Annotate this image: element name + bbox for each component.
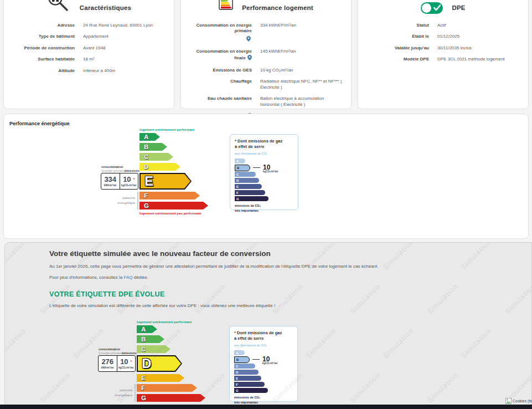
row-label: Surface habitable (7, 57, 75, 62)
summary-cards-row: Caractéristiques Adresse 24 Rue René Ley… (0, 0, 532, 109)
passoire-divider (137, 192, 138, 209)
magnifier-house-icon (47, 0, 71, 14)
row-value: Actif (437, 23, 521, 28)
ges-bar-g: G (235, 196, 268, 201)
ges-value-cell: 10 *kgCO₂/m²/an (117, 356, 136, 371)
card-title: DPE (452, 4, 465, 11)
ges-class-letter: C (236, 365, 238, 368)
ges-bar-d: D (234, 370, 259, 375)
row-value: 334 kWhEP/m²/an (260, 23, 344, 28)
energy-unit: kWh/m²/an (104, 184, 117, 187)
row-label: Période de construction (7, 45, 75, 51)
passoire-label-line2: énergétique (102, 201, 135, 206)
dpe-class-letter: B (144, 144, 148, 150)
row-label-text: Émissions de GES (213, 68, 252, 73)
row-type-batiment: Type de bâtiment Appartement (7, 34, 167, 39)
row-value: 24 Rue René Leynaud, 69001 Lyon (83, 23, 167, 28)
dpe-class-letter: D (142, 356, 151, 371)
simulation-watermark: Simulation (381, 326, 415, 360)
row-modele-dpe: Modèle DPE DPE 3CL 2021 méthode logement (361, 57, 521, 62)
consumption-label: consommation (101, 165, 123, 168)
ges-high-label-line2: très importantes (235, 208, 295, 213)
passoire-label-line1: passoire (102, 196, 135, 201)
row-conso-primaire: Consommation en énergie primaire 334 kWh… (184, 23, 344, 43)
row-label-text: Statut (416, 23, 429, 28)
dpe-class-letter: F (144, 192, 148, 199)
ges-bar-d: D (235, 178, 259, 183)
energy-value: 276 (101, 358, 113, 365)
energy-label-icon (219, 0, 233, 10)
dpe-class-letter: B (141, 336, 146, 342)
ges-class-letter: B (237, 166, 239, 170)
info-suffix: dédiée. (133, 275, 148, 280)
row-label: Consommation en énergie finale (184, 49, 252, 62)
ges-high-label-line1: émissions de CO₂ (234, 395, 294, 400)
ges-bar-c: C (234, 364, 255, 369)
energy-value-cell: 276kWh/m²/an (99, 356, 117, 371)
row-label-text: Consommation en énergie primaire (197, 23, 252, 33)
row-statut: Statut Actif (361, 23, 521, 28)
dpe-class-letter: F (141, 385, 145, 391)
dpe-arrow-g: G (137, 394, 205, 402)
dpe-class-letter: D (144, 163, 148, 170)
ges-class-letter: G (236, 389, 239, 392)
scale-caption-top: logement extrêmement performant (137, 320, 321, 324)
dpe-class-letter: G (144, 202, 149, 209)
row-label: Modèle DPE (361, 57, 429, 62)
ges-bar-row-b: B10kgCO₂/m²/an (234, 356, 294, 363)
ges-bar-g: G (234, 388, 268, 393)
passoire-label: passoireénergétique (99, 388, 132, 398)
row-label-text: Altitude (58, 68, 75, 73)
row-value: 10 kg CO₂/m²/an (260, 68, 344, 73)
ges-bar-f: F (234, 382, 265, 387)
row-label-text: Modèle DPE (404, 57, 429, 62)
evolve-text: L'étiquette de votre simulation est diff… (49, 303, 509, 309)
asterisk: * (133, 177, 135, 182)
ges-bar-row-f: F (235, 190, 295, 195)
row-label: Établi le (361, 34, 429, 39)
ges-bar-b: B (234, 356, 250, 363)
info-pin-icon[interactable] (246, 36, 251, 43)
simulation-section: SimulationSimulationSimulationSimulation… (4, 242, 532, 407)
scale-caption-top: logement extrêmement performant (140, 128, 323, 131)
ges-bar-row-f: F (234, 382, 294, 387)
dpe-class-letter: G (141, 395, 146, 401)
emissions-label: émissions (125, 169, 140, 172)
row-conso-finale: Consommation en énergie finale 145 kWhEF… (184, 49, 344, 62)
row-altitude: Altitude Inférieur à 400m (7, 68, 167, 74)
row-value: Radiateur électrique NFC, NF** et NF*** … (260, 79, 344, 90)
ges-bar-row-g: G (234, 388, 294, 393)
ges-unit: kgCO₂/m²/an (118, 366, 133, 369)
card-header: DPE (358, 1, 528, 15)
emissions-label: émissions (122, 351, 137, 355)
dpe-arrow-d: D (140, 163, 180, 171)
row-label-text: Période de construction (24, 45, 75, 50)
row-adresse: Adresse 24 Rue René Leynaud, 69001 Lyon (7, 23, 167, 28)
faq-link[interactable]: FAQ (123, 275, 132, 280)
row-label-text: Type de bâtiment (39, 34, 75, 39)
info-pin-icon[interactable] (247, 55, 252, 62)
row-value: 18 m² (83, 57, 167, 62)
dpe-active-toggle[interactable] (421, 2, 443, 14)
info-prefix: Pour plus d'informations, consultez la (49, 275, 123, 280)
ges-value: 10 * (123, 176, 135, 183)
ges-bar-e: E (235, 184, 262, 189)
ges-bar-row-e: E (234, 376, 294, 381)
asterisk: * (130, 359, 132, 364)
ges-low-label: peu d'émissions de CO₂ (235, 152, 295, 155)
ges-value: 10 * (120, 358, 132, 365)
ges-bar-row-b: B10kgCO₂/m²/an (235, 165, 295, 171)
ges-class-letter: A (236, 351, 238, 355)
dpe-arrow-e: E (137, 374, 184, 382)
card-performance-logement: Performance logement Consommation en éne… (180, 0, 352, 109)
ges-high-label-line1: émissions de CO₂ (235, 203, 295, 208)
energy-unit: kWh/m²/an (101, 366, 114, 369)
dpe-arrow-f: F (137, 384, 197, 392)
cookies-banner-link[interactable]: Cookies (fen (505, 398, 532, 404)
ges-class-letter: F (236, 191, 239, 195)
ges-class-letter: A (236, 160, 239, 163)
dpe-arrow-f: F (140, 192, 200, 200)
dpe-class-letter: E (144, 173, 153, 189)
simulation-watermark: Simulation (4, 326, 28, 360)
row-value: 01/12/2025 (437, 34, 521, 39)
